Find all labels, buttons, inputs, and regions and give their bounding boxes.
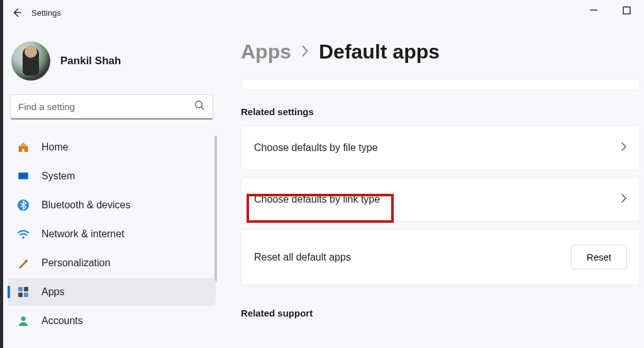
search-input[interactable]	[18, 101, 194, 112]
chevron-right-icon	[300, 44, 310, 60]
search-icon	[194, 100, 205, 113]
apps-icon	[16, 285, 30, 299]
setting-row-label: Reset all default apps	[254, 252, 351, 263]
sidebar-nav: Home System Bluetooth & devices Network …	[8, 133, 216, 335]
window-title: Settings	[31, 8, 61, 18]
svg-rect-5	[19, 174, 28, 179]
back-arrow-icon	[11, 8, 21, 18]
sidebar-item-network[interactable]: Network & internet	[8, 220, 216, 248]
avatar	[11, 42, 50, 81]
svg-rect-9	[18, 287, 23, 291]
network-icon	[16, 227, 30, 241]
setting-row-file-type[interactable]: Choose defaults by file type	[241, 126, 640, 170]
sidebar-item-label: Network & internet	[42, 228, 125, 240]
svg-point-7	[22, 237, 25, 239]
sidebar: Pankil Shah Home System	[0, 25, 223, 348]
preceding-card-edge	[241, 79, 640, 90]
sidebar-item-personalization[interactable]: Personalization	[8, 249, 216, 277]
system-icon	[16, 169, 30, 183]
sidebar-item-apps[interactable]: Apps	[8, 278, 216, 306]
svg-rect-12	[24, 293, 28, 297]
sidebar-item-home[interactable]: Home	[8, 133, 216, 161]
maximize-button[interactable]	[620, 5, 633, 15]
minimize-button[interactable]	[587, 5, 600, 15]
back-button[interactable]	[6, 3, 26, 23]
bluetooth-icon	[16, 198, 30, 212]
breadcrumb-parent[interactable]: Apps	[241, 40, 291, 64]
section-heading-related-settings: Related settings	[241, 106, 640, 117]
svg-rect-10	[24, 287, 28, 291]
svg-rect-11	[18, 293, 23, 297]
setting-row-reset: Reset all default apps Reset	[241, 229, 640, 285]
svg-line-3	[201, 107, 204, 109]
chevron-right-icon	[621, 142, 627, 154]
setting-row-label: Choose defaults by link type	[254, 194, 380, 205]
sidebar-item-label: Bluetooth & devices	[42, 199, 130, 211]
page-title: Default apps	[319, 40, 440, 64]
chevron-right-icon	[621, 193, 627, 206]
personalization-icon	[16, 256, 30, 270]
search-box[interactable]	[10, 94, 213, 120]
setting-row-link-type[interactable]: Choose defaults by link type	[241, 177, 640, 222]
minimize-icon	[589, 6, 598, 14]
accounts-icon	[16, 314, 30, 328]
svg-rect-1	[623, 7, 630, 14]
sidebar-item-label: Home	[42, 142, 69, 153]
sidebar-item-label: Apps	[42, 286, 64, 298]
sidebar-item-system[interactable]: System	[8, 162, 216, 190]
sidebar-scrollbar[interactable]	[214, 136, 217, 282]
profile-name: Pankil Shah	[60, 55, 121, 67]
setting-row-label: Choose defaults by file type	[254, 142, 378, 154]
section-heading-related-support: Related support	[241, 308, 640, 318]
sidebar-item-label: Personalization	[42, 257, 110, 269]
sidebar-item-accounts[interactable]: Accounts	[8, 307, 216, 335]
window-controls	[587, 5, 633, 15]
sidebar-item-label: System	[42, 171, 75, 182]
home-icon	[16, 140, 30, 154]
breadcrumb: Apps Default apps	[241, 40, 640, 64]
sidebar-item-label: Accounts	[42, 315, 83, 327]
sidebar-item-bluetooth[interactable]: Bluetooth & devices	[8, 191, 216, 219]
main-content: Apps Default apps Related settings Choos…	[223, 25, 644, 348]
title-bar: Settings	[0, 0, 644, 25]
maximize-icon	[623, 6, 631, 14]
reset-button[interactable]: Reset	[571, 245, 627, 269]
profile-block[interactable]: Pankil Shah	[8, 36, 216, 94]
svg-point-13	[21, 317, 26, 321]
